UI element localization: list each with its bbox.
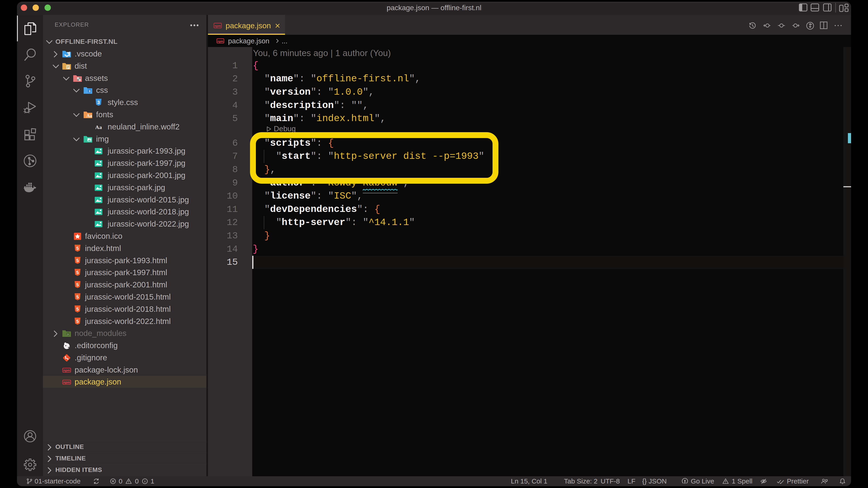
svg-text:5: 5 <box>76 306 79 312</box>
svg-text:Aa: Aa <box>95 124 102 130</box>
svg-text:5: 5 <box>76 258 79 263</box>
svg-text:5: 5 <box>76 294 79 299</box>
svg-text:Aa: Aa <box>87 113 92 118</box>
svg-text:5: 5 <box>76 246 79 251</box>
svg-text:js: js <box>67 333 69 335</box>
svg-text:5: 5 <box>76 319 79 324</box>
svg-text:npm: npm <box>63 368 70 372</box>
svg-text:npm: npm <box>215 24 221 28</box>
svg-text:npm: npm <box>217 40 223 43</box>
svg-text:3: 3 <box>89 90 90 93</box>
svg-text:5: 5 <box>76 282 79 287</box>
svg-text:npm: npm <box>63 381 70 384</box>
svg-text:3: 3 <box>97 100 100 105</box>
svg-text:5: 5 <box>76 270 79 275</box>
